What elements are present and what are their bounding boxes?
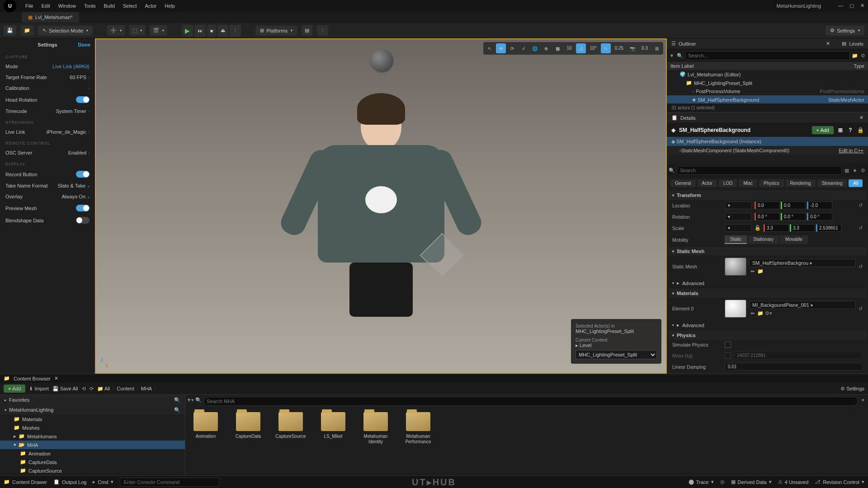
derived-data-button[interactable]: ▦ Derived Data ▾: [731, 479, 772, 485]
menu-build[interactable]: Build: [104, 3, 115, 9]
mobility-stationary[interactable]: Stationary: [748, 235, 779, 244]
output-log-button[interactable]: 📋 Output Log: [53, 479, 86, 485]
staticmesh-section[interactable]: Static Mesh: [669, 247, 866, 256]
outliner-row-ppv[interactable]: ▫ PostProcessVolumePostProcessVolume: [667, 87, 868, 95]
settings-button[interactable]: ⚙ Settings ▾: [826, 26, 864, 35]
filter-icon[interactable]: ▼: [669, 52, 675, 59]
cinematics-button[interactable]: 🎬▾: [150, 25, 167, 36]
staticmesh-reset[interactable]: ↺: [859, 264, 863, 270]
rotate-tool[interactable]: ⟳: [507, 43, 517, 53]
tree-capturedata[interactable]: 📁CaptureData: [0, 458, 185, 466]
search-fav-icon[interactable]: 🔍: [174, 397, 180, 403]
unsaved-button[interactable]: ⚠ 4 Unsaved: [778, 479, 809, 485]
cat-rendering[interactable]: Rendering: [786, 179, 816, 187]
stop-button[interactable]: ■: [207, 25, 217, 37]
details-settings-icon[interactable]: ⚙: [860, 167, 866, 174]
play-options-button[interactable]: ⋮: [230, 25, 241, 37]
mode-value[interactable]: Live Link (ARKit): [52, 64, 90, 69]
rotation-dropdown[interactable]: ▾: [725, 213, 752, 221]
col-item-label[interactable]: Item Label: [670, 63, 854, 69]
camera-speed-value[interactable]: 0.3: [639, 43, 651, 53]
save-button[interactable]: 💾: [4, 25, 16, 36]
angle-snap-toggle[interactable]: ⦨: [576, 43, 586, 53]
translate-tool[interactable]: ✥: [496, 43, 506, 53]
menu-tools[interactable]: Tools: [84, 3, 96, 9]
details-close[interactable]: ✕: [859, 115, 863, 121]
details-search[interactable]: [677, 166, 842, 175]
physics-section[interactable]: Physics: [669, 331, 866, 340]
play-button[interactable]: ▶: [182, 25, 193, 37]
project-section[interactable]: MetaHumanLighting🔍: [0, 405, 185, 415]
material-thumbnail[interactable]: [725, 300, 746, 318]
blueprint-icon[interactable]: ⊞: [837, 127, 844, 133]
crumb-mha[interactable]: MHA: [141, 386, 152, 391]
cb-add-button[interactable]: + Add: [4, 385, 25, 393]
save-all-button[interactable]: 💾 Save All: [52, 386, 78, 392]
cmd-dropdown[interactable]: ▸ Cmd ▾: [93, 479, 113, 485]
outliner-tab[interactable]: ☰ Outliner ✕ ▤ Levels: [667, 38, 868, 49]
folder-item[interactable]: CaptureSource: [275, 412, 307, 439]
location-x[interactable]: [755, 202, 780, 209]
scale-y[interactable]: [790, 224, 815, 232]
lock-scale-icon[interactable]: 🔓: [755, 225, 761, 231]
target-framerate-value[interactable]: 60 FPS›: [70, 75, 90, 80]
menu-select[interactable]: Select: [123, 3, 137, 9]
console-input[interactable]: [120, 478, 219, 487]
cat-lod[interactable]: LOD: [719, 179, 737, 187]
location-y[interactable]: [781, 202, 806, 209]
take-name-value[interactable]: Slate & Take⬥: [57, 183, 90, 188]
outliner-search[interactable]: [685, 51, 850, 60]
material-asset[interactable]: MI_BackgoundPlane_001 ▾: [749, 301, 856, 309]
staticmesh-thumbnail[interactable]: [725, 258, 746, 276]
close-icon[interactable]: ✕: [860, 3, 864, 9]
cat-general[interactable]: General: [670, 179, 696, 187]
use-asset-icon[interactable]: ⬅: [749, 268, 755, 275]
cat-misc[interactable]: Misc: [739, 179, 757, 187]
menu-help[interactable]: Help: [165, 3, 175, 9]
advanced-section-2[interactable]: ▸ Advanced: [669, 320, 866, 330]
browse-material-icon[interactable]: 📁: [757, 310, 764, 317]
material-settings-icon[interactable]: ⚙▾: [765, 310, 772, 317]
help-icon[interactable]: ?: [847, 127, 854, 133]
materials-section[interactable]: Materials: [669, 289, 866, 298]
sequencer-button[interactable]: ▤: [302, 25, 312, 36]
outliner-row-sm[interactable]: ◈ SM_HalfSphereBackgroundStaticMeshActor: [667, 95, 868, 103]
camera-speed-icon[interactable]: 📷: [627, 43, 637, 53]
cat-physics[interactable]: Physics: [759, 179, 783, 187]
details-tab[interactable]: 📋 Details ✕: [667, 113, 868, 123]
scale-tool[interactable]: ⤢: [519, 43, 528, 53]
mobility-static[interactable]: Static: [725, 235, 747, 244]
revision-control-button[interactable]: ⎇ Revision Control ▾: [815, 479, 864, 485]
asset-search-dropdown[interactable]: ▾: [860, 397, 866, 403]
component-root[interactable]: ◈ SM_HalfSphereBackground (Instance): [667, 137, 868, 146]
content-browser-close[interactable]: ✕: [54, 375, 58, 381]
perf-icon[interactable]: ◎: [720, 479, 725, 485]
new-folder-icon[interactable]: 📁: [852, 52, 858, 59]
cat-actor[interactable]: Actor: [698, 179, 717, 187]
trace-button[interactable]: ⬤ Trace ▾: [689, 479, 714, 485]
tree-mha[interactable]: ▾ 📂MHA: [0, 441, 185, 449]
grid-snap-toggle[interactable]: ▦: [552, 43, 562, 53]
browse-asset-icon[interactable]: 📁: [757, 268, 764, 275]
asset-search[interactable]: [203, 397, 858, 406]
minimize-icon[interactable]: —: [838, 3, 843, 9]
outliner-row-level[interactable]: 🌍 Lvl_Metahuman (Editor): [667, 70, 868, 79]
head-rotation-toggle[interactable]: [76, 96, 90, 103]
viewport[interactable]: ↖ ✥ ⟳ ⤢ 🌐 ⊕ ▦ 10 ⦨ 10° ⤡ 0.25 📷 0.3 ⊞ ZY…: [95, 38, 667, 374]
crumb-content[interactable]: Content: [117, 386, 134, 391]
mobility-movable[interactable]: Movable: [780, 235, 808, 244]
history-fwd[interactable]: ⟳: [90, 386, 94, 392]
add-component-button[interactable]: + Add: [812, 126, 834, 134]
record-button-toggle[interactable]: [76, 171, 90, 178]
selection-mode-button[interactable]: ↖ Selection Mode ▾: [38, 26, 93, 35]
location-z[interactable]: [807, 202, 832, 209]
content-drawer-button[interactable]: 📁 Content Drawer: [4, 479, 47, 485]
scale-z[interactable]: [816, 224, 841, 232]
add-content-button[interactable]: ➕▾: [107, 25, 125, 36]
timecode-value[interactable]: System Timer›: [56, 108, 90, 114]
platforms-button[interactable]: ⊞ Platforms ▾: [255, 26, 297, 35]
angle-snap-value[interactable]: 10°: [587, 43, 599, 53]
favorites-section[interactable]: Favorites🔍: [0, 395, 185, 405]
col-type[interactable]: Type: [854, 63, 864, 69]
skip-button[interactable]: ⏭: [194, 25, 206, 37]
